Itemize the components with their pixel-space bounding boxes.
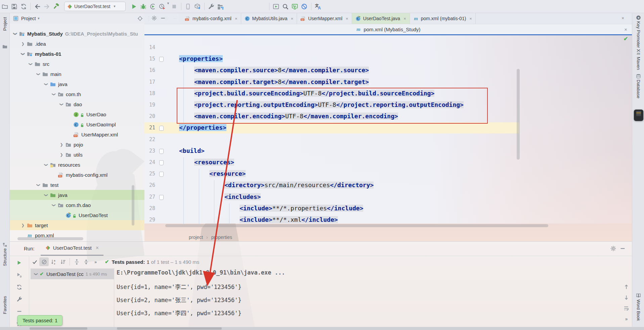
arrow-down-button[interactable]: [624, 295, 631, 302]
tree-item-mybatis-config-xml[interactable]: <>mybatis-config.xml: [10, 170, 144, 180]
tree-item-src[interactable]: ❯src: [10, 59, 144, 69]
tree-item-utils[interactable]: ❯utils: [10, 150, 144, 160]
wrench-button[interactable]: [207, 2, 216, 11]
show-ignored-button[interactable]: [39, 257, 49, 266]
breadcrumb-project[interactable]: project: [189, 235, 203, 240]
tree-item-mybatis-study[interactable]: ❯Mybatis_StudyG:\IDEA_Projects\Mybatis_S…: [10, 29, 144, 39]
tree-item-test[interactable]: ❯test: [10, 180, 144, 190]
editor-tab-mybatis-config-xml[interactable]: <>mybatis-config.xml×: [181, 13, 241, 24]
open-project-button[interactable]: [0, 2, 9, 11]
stop-button[interactable]: [170, 2, 179, 11]
chevron-collapsed-icon[interactable]: ❯: [59, 142, 63, 147]
editor-vscrollbar[interactable]: [517, 69, 520, 160]
tree-item-mybatis-01[interactable]: ❯mybatis-01: [10, 49, 144, 59]
tool-button-structure[interactable]: Structure: [2, 248, 7, 266]
block-button[interactable]: [300, 2, 309, 11]
run-tab-close-icon[interactable]: ×: [96, 245, 99, 251]
run-button[interactable]: [129, 2, 138, 11]
project-locate-button[interactable]: [136, 14, 144, 23]
tree-item-target[interactable]: ❯target: [10, 220, 144, 230]
tree-item-com-th[interactable]: ❯com.th: [10, 89, 144, 99]
tree-item-userdaotest[interactable]: CUserDaoTest: [10, 210, 144, 220]
package-download-button[interactable]: [193, 2, 202, 11]
project-tree-vscrollbar[interactable]: [132, 185, 134, 225]
tree-item-userdao[interactable]: IUserDao: [10, 109, 144, 119]
chevron-expanded-icon[interactable]: ❯: [44, 193, 48, 197]
chevron-expanded-icon[interactable]: ❯: [44, 163, 48, 167]
chevron-expanded-icon[interactable]: ❯: [13, 32, 17, 36]
build-button[interactable]: [51, 2, 61, 11]
arrow-up-button[interactable]: [624, 284, 631, 291]
soft-wrap-button[interactable]: [624, 305, 631, 313]
translate-button[interactable]: 文A: [313, 2, 323, 11]
tree-item-pojo[interactable]: ❯pojo: [10, 139, 144, 150]
chevron-collapsed-icon[interactable]: ❯: [21, 42, 25, 46]
key-promoter-icon[interactable]: ✳: [636, 15, 641, 22]
tab-close-icon[interactable]: ×: [469, 16, 472, 21]
editor-tab-pom-xml-mybatis-01-[interactable]: mpom.xml (mybatis-01)×: [410, 13, 476, 24]
tool-button-word-book[interactable]: Word Book: [636, 299, 641, 321]
tree-item-java[interactable]: ❯java: [10, 79, 144, 89]
forward-button[interactable]: [42, 2, 51, 11]
debug-button[interactable]: [138, 2, 148, 11]
expand-all-button[interactable]: [72, 257, 81, 266]
scrollbar-segment[interactable]: [117, 327, 222, 330]
tool-button-project[interactable]: Project: [2, 17, 7, 31]
collapse-all-button[interactable]: [81, 257, 91, 266]
project-tree-hscrollbar[interactable]: [17, 237, 83, 240]
more-chevrons-button[interactable]: »: [624, 316, 631, 324]
tab-close-icon[interactable]: ×: [346, 16, 348, 21]
save-all-button[interactable]: [9, 2, 19, 11]
run-configuration-select[interactable]: UserDaoTest.test ▼: [64, 2, 126, 11]
tree-item-resources[interactable]: ❯resources: [10, 160, 144, 170]
inspections-ok-icon[interactable]: ✔: [624, 36, 628, 42]
maven-tool-icon[interactable]: m: [636, 51, 641, 57]
profiler-dropdown-icon[interactable]: ▼: [167, 2, 170, 11]
test-tree-node[interactable]: ❯ ✔ UserDaoTest (cc 1 s 490 ms: [31, 269, 114, 279]
run-hide-button[interactable]: [618, 244, 627, 253]
hide-strip-button[interactable]: [15, 307, 24, 315]
run-settings-button[interactable]: [608, 244, 618, 253]
rerun-failed-button[interactable]: 9: [15, 271, 24, 279]
editor-header-close-icon[interactable]: ×: [624, 27, 627, 32]
device-button[interactable]: [183, 2, 193, 11]
chevron-expanded-icon[interactable]: ❯: [44, 82, 48, 86]
tab-close-icon[interactable]: ×: [291, 16, 294, 21]
scrollbar-segment[interactable]: [30, 327, 87, 330]
run-anything-button[interactable]: [271, 2, 281, 11]
tool-button-favorites[interactable]: Favorites: [2, 296, 7, 314]
floating-scroll-widget[interactable]: [634, 110, 643, 121]
sort-alpha-button[interactable]: az: [49, 257, 58, 266]
tool-button-key-promoter-x[interactable]: Key Promoter X: [636, 21, 641, 52]
more-button[interactable]: »: [91, 257, 100, 266]
chevron-collapsed-icon[interactable]: ❯: [21, 223, 25, 228]
tab-close-icon[interactable]: ×: [235, 16, 238, 21]
chevron-expanded-icon[interactable]: ❯: [52, 203, 56, 207]
run-tab-userdaotest[interactable]: UserDaoTest.test ×: [41, 241, 103, 256]
tree-item-userdaoimpl[interactable]: CUserDaoImpl: [10, 119, 144, 129]
breadcrumb-properties[interactable]: properties: [211, 235, 232, 240]
chevron-expanded-icon[interactable]: ❯: [59, 102, 64, 106]
sync-button[interactable]: [19, 2, 28, 11]
tab-close-icon[interactable]: ×: [403, 16, 406, 21]
chevron-expanded-icon[interactable]: ❯: [36, 183, 41, 187]
tree-item-java[interactable]: ❯java: [10, 190, 144, 200]
tree-item--idea[interactable]: ❯.idea: [10, 39, 144, 49]
tool-button-maven[interactable]: Maven: [636, 57, 641, 70]
profiler-button[interactable]: [157, 2, 167, 11]
sort-duration-button[interactable]: [58, 257, 68, 266]
tree-item-main[interactable]: ❯main: [10, 69, 144, 79]
show-passed-button[interactable]: [30, 257, 39, 266]
editor-tab-userdaotest-java[interactable]: CUserDaoTest.java×: [352, 13, 410, 24]
tool-button-database[interactable]: Database: [636, 80, 641, 98]
rerun-button[interactable]: [15, 259, 24, 267]
back-button[interactable]: [33, 2, 42, 11]
tab-bar-close-icon[interactable]: ×: [621, 15, 624, 21]
chevron-expanded-icon[interactable]: ❯: [52, 92, 56, 96]
editor-hscrollbar[interactable]: [165, 224, 548, 227]
test-settings-button[interactable]: [15, 295, 24, 303]
run-panel-divider[interactable]: [114, 268, 114, 327]
tree-item-dao[interactable]: ❯dao: [10, 99, 144, 109]
project-panel-title[interactable]: Project: [21, 16, 36, 21]
tree-item-com-th-dao[interactable]: ❯com.th.dao: [10, 200, 144, 210]
